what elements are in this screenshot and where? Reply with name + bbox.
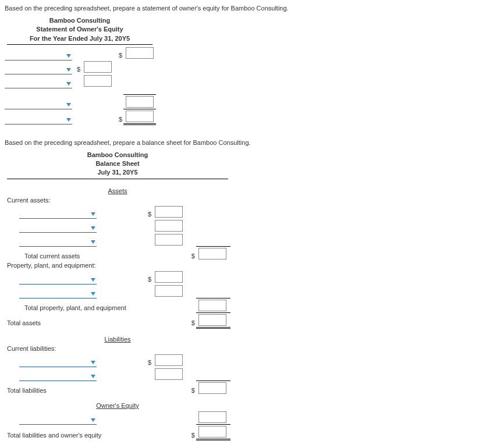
- balance-instruction: Based on the preceding spreadsheet, prep…: [5, 139, 474, 146]
- dollar-sign: $: [114, 46, 123, 60]
- chevron-down-icon: [91, 226, 95, 230]
- equity-title: Statement of Owner's Equity: [7, 25, 152, 34]
- chevron-down-icon: [66, 118, 71, 122]
- current-assets-label: Current assets:: [5, 195, 230, 205]
- equity-company: Bamboo Consulting: [7, 16, 152, 25]
- dollar-sign: $: [97, 353, 152, 367]
- ca-line2-dropdown[interactable]: [19, 219, 97, 233]
- equity-line2-amount[interactable]: [84, 61, 112, 73]
- total-current-assets-label: Total current assets: [5, 247, 187, 261]
- dollar-sign: $: [187, 312, 196, 328]
- current-liabilities-label: Current liabilities:: [5, 344, 230, 353]
- equity-line3-dropdown[interactable]: [5, 74, 72, 88]
- chevron-down-icon: [66, 54, 71, 58]
- dollar-sign: $: [187, 247, 196, 261]
- equity-line1-amount[interactable]: [126, 47, 154, 59]
- owners-equity-section-title: Owner's Equity: [5, 401, 230, 410]
- chevron-down-icon: [91, 212, 95, 216]
- cl-line2-dropdown[interactable]: [19, 367, 97, 381]
- cl-line1-dropdown[interactable]: [19, 353, 97, 367]
- chevron-down-icon: [66, 82, 71, 86]
- equity-line5-dropdown[interactable]: [5, 109, 72, 124]
- dollar-sign: $: [97, 205, 152, 219]
- dollar-sign: $: [72, 60, 81, 74]
- equity-line5-amount[interactable]: [126, 111, 154, 122]
- equity-table: Bamboo Consulting Statement of Owner's E…: [5, 15, 156, 125]
- ppe-line1-amount[interactable]: [155, 271, 183, 283]
- ppe-line1-dropdown[interactable]: [19, 270, 97, 284]
- equity-period: For the Year Ended July 31, 20Y5: [7, 34, 152, 43]
- total-liab-equity-amount[interactable]: [198, 426, 226, 438]
- total-assets-amount[interactable]: [198, 314, 226, 326]
- total-ppe-amount[interactable]: [198, 300, 226, 311]
- ca-line1-amount[interactable]: [155, 206, 183, 218]
- dollar-sign: $: [97, 270, 152, 284]
- total-ppe-label: Total property, plant, and equipment: [5, 298, 187, 312]
- assets-section-title: Assets: [5, 186, 230, 195]
- total-liabilities-label: Total liabilities: [5, 381, 187, 396]
- balance-title: Balance Sheet: [7, 159, 228, 168]
- chevron-down-icon: [66, 103, 71, 106]
- dollar-sign: $: [187, 381, 196, 396]
- oe-line1-amount[interactable]: [198, 411, 226, 423]
- ppe-line2-dropdown[interactable]: [19, 284, 97, 298]
- equity-line1-dropdown[interactable]: [5, 46, 72, 60]
- dollar-sign: $: [187, 425, 196, 440]
- cl-line1-amount[interactable]: [155, 354, 183, 366]
- chevron-down-icon: [91, 418, 95, 422]
- total-current-assets-amount[interactable]: [198, 248, 226, 259]
- total-liabilities-amount[interactable]: [198, 382, 226, 394]
- ca-line1-dropdown[interactable]: [19, 205, 97, 219]
- dollar-sign: $: [114, 109, 123, 124]
- equity-instruction: Based on the preceding spreadsheet, prep…: [5, 5, 474, 12]
- chevron-down-icon: [91, 292, 95, 296]
- ppe-label: Property, plant, and equipment:: [5, 261, 230, 270]
- total-liab-equity-label: Total liabilities and owner's equity: [5, 425, 187, 440]
- ca-line3-amount[interactable]: [155, 234, 183, 246]
- balance-table: Bamboo Consulting Balance Sheet July 31,…: [5, 150, 230, 441]
- liabilities-section-title: Liabilities: [5, 335, 230, 344]
- ca-line2-amount[interactable]: [155, 220, 183, 232]
- equity-line4-amount[interactable]: [126, 96, 154, 108]
- chevron-down-icon: [91, 240, 95, 244]
- balance-period: July 31, 20Y5: [7, 168, 228, 177]
- chevron-down-icon: [91, 361, 95, 364]
- equity-line3-amount[interactable]: [84, 75, 112, 87]
- chevron-down-icon: [66, 68, 71, 72]
- cl-line2-amount[interactable]: [155, 368, 183, 380]
- ca-line3-dropdown[interactable]: [19, 233, 97, 247]
- total-assets-label: Total assets: [5, 312, 187, 328]
- oe-line1-dropdown[interactable]: [19, 410, 97, 425]
- balance-company: Bamboo Consulting: [7, 151, 228, 159]
- equity-line4-dropdown[interactable]: [5, 94, 72, 109]
- chevron-down-icon: [91, 375, 95, 378]
- equity-line2-dropdown[interactable]: [5, 60, 72, 74]
- chevron-down-icon: [91, 278, 95, 282]
- ppe-line2-amount[interactable]: [155, 285, 183, 297]
